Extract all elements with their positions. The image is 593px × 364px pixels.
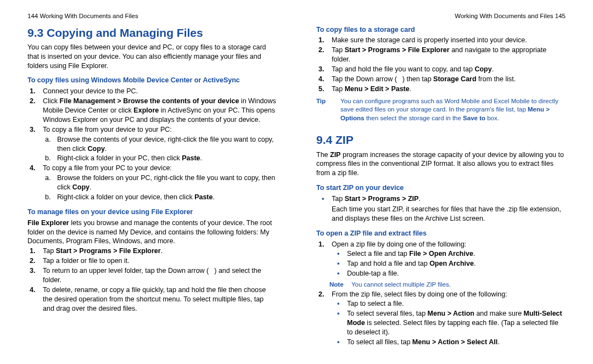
tip-block: Tip You can configure programs such as W… bbox=[316, 97, 566, 123]
file-explorer-desc: File Explorer lets you browse and manage… bbox=[27, 219, 277, 247]
step: Make sure the storage card is properly i… bbox=[329, 36, 566, 45]
list-item: Tap and hold a file and tap Open Archive… bbox=[345, 259, 566, 268]
step: Click File Management > Browse the conte… bbox=[41, 97, 277, 125]
step: Tap a folder or file to open it. bbox=[41, 256, 277, 266]
section-title-9-3: 9.3 Copying and Managing Files bbox=[27, 25, 277, 41]
note-body: You cannot select multiple ZIP files. bbox=[351, 281, 451, 289]
running-head-right: Working With Documents and Files 145 bbox=[316, 12, 566, 21]
step: Connect your device to the PC. bbox=[41, 87, 277, 96]
step: Tap and hold the file you want to copy, … bbox=[329, 65, 566, 74]
step: Tap Start > Programs > File Explorer. bbox=[41, 247, 277, 256]
note-label: Note bbox=[329, 281, 351, 289]
list-item: Select a file and tap File > Open Archiv… bbox=[345, 249, 566, 259]
list-item: Tap to select a file. bbox=[345, 299, 566, 309]
intro-9-3: You can copy files between your device a… bbox=[27, 43, 277, 71]
step: Open a zip file by doing one of the foll… bbox=[329, 240, 566, 279]
step: To delete, rename, or copy a file quickl… bbox=[41, 285, 277, 313]
steps-open-zip-cont: From the zip file, select files by doing… bbox=[316, 290, 566, 347]
zip-after-text: Each time you start ZIP, it searches for… bbox=[332, 205, 566, 223]
step: From the zip file, select files by doing… bbox=[329, 290, 566, 347]
list-item: To select all files, tap Menu > Action >… bbox=[345, 338, 566, 347]
step: To return to an upper level folder, tap … bbox=[41, 266, 277, 285]
list-item: Tap Start > Programs > ZIP. bbox=[329, 194, 566, 204]
step: Tap Menu > Edit > Paste. bbox=[329, 85, 566, 94]
page-right: Working With Documents and Files 145 To … bbox=[296, 0, 593, 364]
step: To copy a file from your device to your … bbox=[41, 125, 277, 164]
tip-label: Tip bbox=[316, 97, 340, 123]
step: Tap Start > Programs > File Explorer and… bbox=[329, 46, 566, 64]
running-head-left: 144 Working With Documents and Files bbox=[27, 12, 277, 21]
list-item: To select several files, tap Menu > Acti… bbox=[345, 309, 566, 337]
substep: Right-click a folder on your device, the… bbox=[55, 193, 277, 202]
intro-9-4: The ZIP program increases the storage ca… bbox=[316, 150, 566, 178]
list-item: Double-tap a file. bbox=[345, 269, 566, 278]
subhead-storage-card: To copy files to a storage card bbox=[316, 25, 566, 35]
substep: Browse the folders on your PC, right-cli… bbox=[55, 173, 277, 192]
page-left: 144 Working With Documents and Files 9.3… bbox=[0, 0, 296, 364]
subhead-file-explorer: To manage files on your device using Fil… bbox=[27, 208, 277, 217]
steps-storage-card: Make sure the storage card is properly i… bbox=[316, 36, 566, 93]
subhead-start-zip: To start ZIP on your device bbox=[316, 183, 566, 193]
step: To copy a file from your PC to your devi… bbox=[41, 164, 277, 202]
subhead-open-zip: To open a ZIP file and extract files bbox=[316, 229, 566, 238]
down-arrow-icon bbox=[397, 76, 402, 81]
steps-copy-sync: Connect your device to the PC. Click Fil… bbox=[27, 87, 277, 202]
substep: Browse the contents of your device, righ… bbox=[55, 135, 277, 154]
down-arrow-icon bbox=[209, 267, 214, 273]
note-block: Note You cannot select multiple ZIP file… bbox=[329, 281, 566, 289]
subhead-copy-sync: To copy files using Windows Mobile Devic… bbox=[27, 76, 277, 85]
substep: Right-click a folder in your PC, then cl… bbox=[55, 154, 277, 163]
section-title-9-4: 9.4 ZIP bbox=[316, 132, 566, 148]
list-start-zip: Tap Start > Programs > ZIP. bbox=[316, 194, 566, 204]
tip-body: You can configure programs such as Word … bbox=[340, 97, 566, 123]
steps-file-explorer: Tap Start > Programs > File Explorer. Ta… bbox=[27, 247, 277, 313]
step: Tap the Down arrow () then tap Storage C… bbox=[329, 75, 566, 84]
steps-open-zip: Open a zip file by doing one of the foll… bbox=[316, 240, 566, 279]
